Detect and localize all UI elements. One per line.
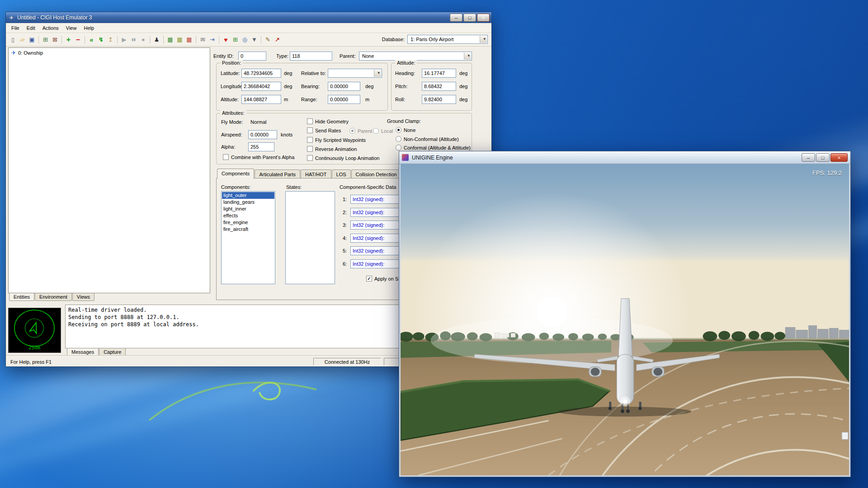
hold-icon[interactable]: ↥	[106, 35, 115, 44]
menu-actions[interactable]: Actions	[39, 23, 62, 33]
ig-display-1-icon[interactable]: ▦	[165, 35, 175, 44]
checkbox-box[interactable]	[307, 127, 313, 133]
components-list[interactable]: light_outer landing_gears light_inner ef…	[221, 191, 275, 284]
heading-field[interactable]: 16.17747	[422, 69, 456, 78]
add-packet-icon[interactable]: ⊞	[231, 35, 240, 44]
maximize-button[interactable]: □	[463, 14, 476, 22]
states-list[interactable]	[285, 191, 335, 284]
save-icon[interactable]: ▣	[27, 35, 37, 44]
tab-los[interactable]: LOS	[332, 169, 351, 178]
list-item[interactable]: landing_gears	[222, 199, 274, 206]
entity-type-field[interactable]: 118	[290, 52, 332, 61]
entity-id-field[interactable]: 0	[238, 52, 266, 61]
parent-radio[interactable]: Parent	[349, 128, 372, 134]
rewind-icon[interactable]: «	[87, 35, 96, 44]
minimize-button[interactable]: –	[802, 153, 815, 162]
tab-environment[interactable]: Environment	[35, 293, 72, 301]
checkbox-box[interactable]	[307, 118, 313, 124]
tab-views[interactable]: Views	[72, 293, 94, 301]
tab-capture[interactable]: Capture	[99, 348, 126, 356]
roll-field[interactable]: 9.82400	[422, 95, 456, 104]
ig-display-3-icon[interactable]: ▦	[184, 35, 194, 44]
ig-display-2-icon[interactable]: ▦	[175, 35, 184, 44]
checkbox-box[interactable]	[307, 146, 313, 152]
menu-help[interactable]: Help	[80, 23, 98, 33]
missile-icon[interactable]: ↗	[273, 35, 282, 44]
ground-clamp-nonconformal-radio[interactable]: Non-Conformal (Altitude)	[396, 136, 459, 142]
hide-geometry-checkbox[interactable]: Hide Geometry	[307, 118, 349, 124]
tab-entities[interactable]: Entities	[9, 293, 34, 301]
pause-icon[interactable]: ▮▮	[129, 35, 138, 44]
packet-icon[interactable]: ✉	[198, 35, 208, 44]
list-item[interactable]: fire_aircraft	[222, 226, 274, 233]
ground-clamp-none-radio[interactable]: None	[396, 127, 415, 133]
entity-tree-panel[interactable]: ✈ 0: Ownship	[8, 47, 210, 293]
alpha-field[interactable]: 255	[248, 142, 274, 151]
menu-file[interactable]: File	[8, 23, 23, 33]
checkbox-box[interactable]	[307, 155, 313, 161]
stop-icon[interactable]: ■	[138, 35, 148, 44]
list-item[interactable]: effects	[222, 212, 274, 219]
relative-to-select[interactable]	[328, 69, 382, 78]
filter-icon[interactable]: ▼	[250, 35, 259, 44]
altitude-unit: m	[284, 97, 288, 102]
run-icon[interactable]: ↯	[96, 35, 106, 44]
cigi-titlebar[interactable]: ✈ Untitled - CIGI Host Emulator 3 – □ ×	[6, 12, 491, 23]
send-rates-checkbox[interactable]: Send Rates	[307, 127, 341, 133]
bearing-field[interactable]: 0.00000	[328, 82, 360, 91]
list-item[interactable]: light_outer	[222, 192, 274, 199]
airspeed-field[interactable]: 0.00000	[248, 130, 277, 139]
radio-box[interactable]	[349, 128, 355, 134]
latitude-field[interactable]: 48.72934605	[241, 69, 281, 78]
fly-scripted-checkbox[interactable]: Fly Scripted Waypoints	[307, 137, 366, 143]
unigine-titlebar[interactable]: UNIGINE Engine – □ ×	[399, 151, 850, 164]
close-button[interactable]: ×	[830, 153, 848, 162]
radio-box[interactable]	[396, 136, 401, 142]
scan-icon[interactable]: ◎	[240, 35, 250, 44]
radio-box[interactable]	[396, 127, 401, 133]
checkbox-box[interactable]	[223, 154, 229, 160]
longitude-field[interactable]: 2.36684042	[241, 82, 281, 91]
entity-tool-icon[interactable]: ⊠	[50, 35, 60, 44]
tab-articulated-parts[interactable]: Articulated Parts	[255, 169, 300, 178]
list-item[interactable]: light_inner	[222, 206, 274, 212]
toolbar-separator	[85, 36, 85, 44]
maximize-button[interactable]: □	[816, 153, 830, 162]
close-button[interactable]: ×	[477, 14, 490, 22]
list-item[interactable]: fire_engine	[222, 219, 274, 226]
ground-clamp-conformal-radio[interactable]: Conformal (Altitude & Attitude)	[396, 145, 471, 150]
add-icon[interactable]: +	[64, 35, 73, 44]
add-entity-icon[interactable]: ⊞	[41, 35, 50, 44]
tab-hat-hot[interactable]: HAT/HOT	[301, 169, 331, 178]
parent-select[interactable]: None	[359, 52, 472, 61]
checkbox-box[interactable]: ✓	[366, 276, 372, 282]
minimize-button[interactable]: –	[450, 14, 462, 22]
tab-collision-detection[interactable]: Collision Detection	[351, 169, 401, 178]
combine-alpha-checkbox[interactable]: Combine with Parent's Alpha	[223, 154, 294, 160]
reverse-animation-checkbox[interactable]: Reverse Animation	[307, 146, 357, 152]
render-viewport[interactable]: FPS: 129.2	[401, 164, 849, 475]
altitude-field[interactable]: 144.08827	[241, 95, 281, 104]
open-folder-icon[interactable]: ▱	[18, 35, 27, 44]
loop-animation-checkbox[interactable]: Continuously Loop Animation	[307, 155, 379, 161]
heartbeat-icon[interactable]: ♥	[221, 35, 231, 44]
pitch-field[interactable]: 8.68432	[422, 82, 456, 91]
draw-icon[interactable]: ✎	[263, 35, 273, 44]
play-icon[interactable]: ▶	[119, 35, 129, 44]
checkbox-box[interactable]	[307, 137, 313, 143]
tab-components[interactable]: Components	[217, 169, 254, 178]
joystick-icon[interactable]: ♟	[152, 35, 161, 44]
tree-item-ownship[interactable]: ✈ 0: Ownship	[9, 48, 210, 58]
menu-edit[interactable]: Edit	[23, 23, 39, 33]
database-select[interactable]: 1: Paris Orly Airport	[407, 35, 488, 44]
remove-icon[interactable]: −	[73, 35, 83, 44]
new-file-icon[interactable]: ▯	[8, 35, 18, 44]
local-radio[interactable]: Local	[373, 128, 393, 134]
radio-box[interactable]	[396, 145, 401, 150]
tab-messages[interactable]: Messages	[67, 348, 99, 356]
radio-box[interactable]	[373, 128, 379, 134]
export-icon[interactable]: ⇥	[208, 35, 217, 44]
range-field[interactable]: 0.00000	[328, 95, 360, 104]
menu-view[interactable]: View	[62, 23, 80, 33]
apply-checkbox[interactable]: ✓ Apply on St	[366, 276, 400, 282]
